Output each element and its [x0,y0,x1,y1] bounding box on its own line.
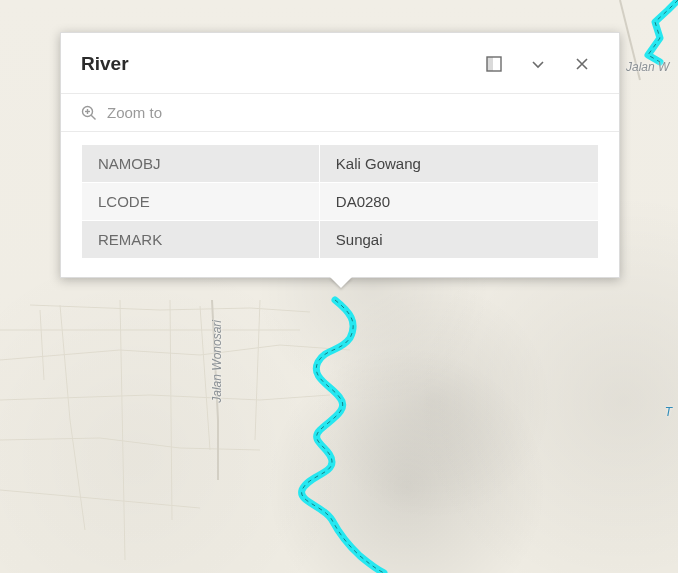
svg-rect-1 [487,57,493,71]
close-icon [575,57,589,71]
attr-key: REMARK [82,221,320,259]
table-row: NAMOBJ Kali Gowang [82,145,599,183]
close-button[interactable] [565,49,599,79]
popup-title: River [81,53,467,75]
attr-value: Kali Gowang [319,145,598,183]
attribute-section: NAMOBJ Kali Gowang LCODE DA0280 REMARK S… [61,132,619,277]
map-viewport[interactable]: Jalan Wonosari Jalan W T River [0,0,678,573]
attr-value: DA0280 [319,183,598,221]
attr-key: NAMOBJ [82,145,320,183]
chevron-down-icon [531,57,545,71]
zoom-in-icon [81,105,97,121]
attr-key: LCODE [82,183,320,221]
attr-value: Sungai [319,221,598,259]
attribute-table: NAMOBJ Kali Gowang LCODE DA0280 REMARK S… [81,144,599,259]
feature-popup: River [60,32,620,278]
dock-button[interactable] [477,49,511,79]
popup-header: River [61,33,619,94]
table-row: REMARK Sungai [82,221,599,259]
zoom-to-label: Zoom to [107,104,162,121]
svg-line-3 [91,115,95,119]
pager-button[interactable] [521,49,555,79]
table-row: LCODE DA0280 [82,183,599,221]
dock-icon [486,56,502,72]
zoom-to-action[interactable]: Zoom to [61,94,619,132]
